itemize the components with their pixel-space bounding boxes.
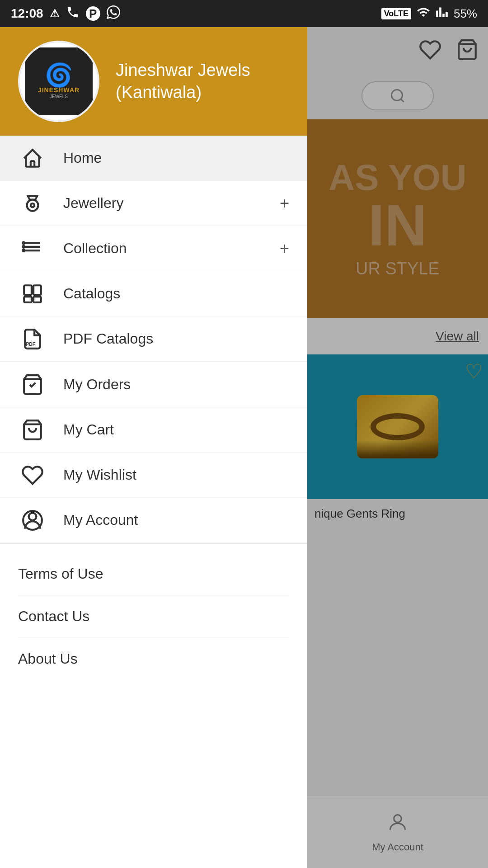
wishlist-icon — [18, 461, 47, 490]
home-icon — [18, 144, 47, 173]
pdf-icon: PDF — [18, 325, 47, 354]
status-left: 12:08 ⚠ P — [11, 5, 120, 22]
parking-icon: P — [86, 6, 100, 21]
nav-item-jewellery[interactable]: Jewellery + — [0, 181, 307, 226]
svg-point-19 — [29, 513, 37, 520]
nav-item-home[interactable]: Home — [0, 136, 307, 181]
nav-item-my-wishlist[interactable]: My Wishlist — [0, 453, 307, 498]
whatsapp-icon — [107, 5, 120, 22]
nav-item-catalogs[interactable]: Catalogs — [0, 271, 307, 316]
svg-point-5 — [31, 203, 34, 207]
home-label: Home — [63, 150, 289, 166]
catalogs-label: Catalogs — [63, 285, 289, 302]
svg-point-11 — [23, 250, 24, 251]
logo-sub: JEWELS — [50, 94, 68, 99]
orders-icon — [18, 370, 47, 399]
collection-expand-icon[interactable]: + — [280, 239, 289, 258]
svg-rect-15 — [33, 297, 41, 302]
navigation-drawer: 🌀 JINESHWAR JEWELS Jineshwar Jewels (Kan… — [0, 27, 307, 868]
jewellery-label: Jewellery — [63, 195, 280, 212]
call-icon — [66, 5, 80, 22]
svg-rect-14 — [24, 297, 32, 302]
my-wishlist-label: My Wishlist — [63, 467, 289, 483]
jewellery-expand-icon[interactable]: + — [280, 194, 289, 213]
contact-link[interactable]: Contact Us — [18, 595, 289, 638]
cart-icon — [18, 415, 47, 444]
status-bar: 12:08 ⚠ P VoLTE 55% — [0, 0, 488, 27]
pdf-catalogs-label: PDF Catalogs — [63, 330, 289, 347]
my-orders-label: My Orders — [63, 376, 289, 393]
svg-point-4 — [27, 199, 38, 211]
nav-item-my-cart[interactable]: My Cart — [0, 407, 307, 453]
svg-point-10 — [23, 245, 24, 247]
my-account-label: My Account — [63, 512, 289, 528]
footer-links: Terms of Use Contact Us About Us — [0, 543, 307, 698]
drawer-nav: Home Jewellery + — [0, 136, 307, 868]
store-name: Jineshwar Jewels (Kantiwala) — [116, 59, 289, 104]
signal-icon — [436, 6, 448, 21]
about-link[interactable]: About Us — [18, 638, 289, 680]
logo-brand: JINESHWAR — [38, 86, 80, 94]
nav-item-collection[interactable]: Collection + — [0, 226, 307, 271]
nav-item-my-orders[interactable]: My Orders — [0, 362, 307, 407]
account-icon — [18, 506, 47, 535]
battery-text: 55% — [454, 7, 477, 21]
jewellery-icon — [18, 189, 47, 218]
nav-item-my-account[interactable]: My Account — [0, 498, 307, 543]
svg-point-9 — [23, 242, 24, 244]
svg-rect-13 — [33, 285, 41, 295]
wifi-icon — [417, 5, 430, 22]
my-cart-label: My Cart — [63, 421, 289, 438]
drawer-header: 🌀 JINESHWAR JEWELS Jineshwar Jewels (Kan… — [0, 27, 307, 136]
terms-link[interactable]: Terms of Use — [18, 553, 289, 595]
logo-spiral-icon: 🌀 — [45, 64, 73, 86]
warning-icon: ⚠ — [50, 7, 60, 20]
time: 12:08 — [11, 6, 43, 21]
collection-icon — [18, 234, 47, 263]
volte-badge: VoLTE — [381, 8, 411, 19]
nav-item-pdf-catalogs[interactable]: PDF PDF Catalogs — [0, 316, 307, 362]
svg-rect-12 — [24, 285, 32, 295]
collection-label: Collection — [63, 240, 280, 257]
catalogs-icon — [18, 279, 47, 308]
status-right: VoLTE 55% — [381, 5, 477, 22]
svg-text:PDF: PDF — [26, 341, 35, 346]
store-logo: 🌀 JINESHWAR JEWELS — [18, 41, 99, 122]
